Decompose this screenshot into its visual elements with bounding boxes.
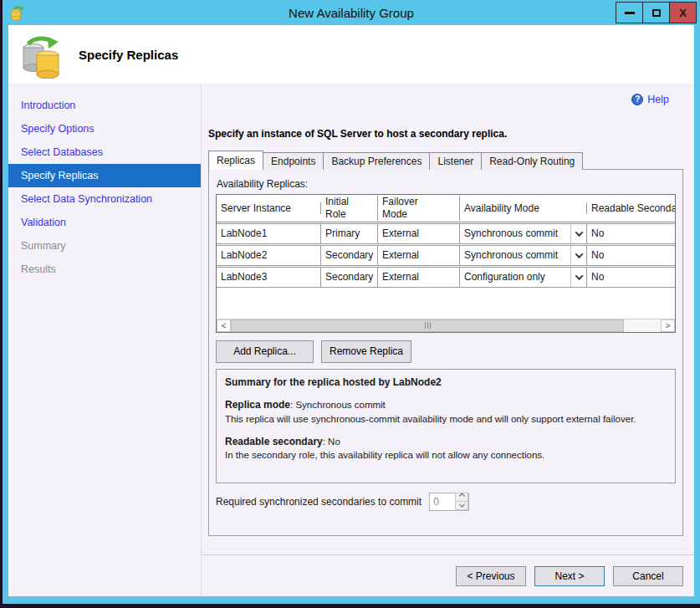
availability-mode-select[interactable]: Configuration only — [460, 268, 586, 287]
minimize-button[interactable] — [616, 2, 643, 23]
replicas-tab-panel: Availability Replicas: Server Instance I… — [208, 169, 683, 536]
quorum-input[interactable] — [430, 493, 455, 510]
window-title: New Availability Group — [3, 6, 700, 20]
wizard-steps-sidebar: Introduction Specify Options Select Data… — [8, 84, 202, 596]
maximize-button[interactable] — [642, 2, 670, 23]
cell-failover-mode[interactable]: External — [378, 246, 460, 265]
availability-replicas-grid: Server Instance Initial Role Failover Mo… — [216, 194, 676, 333]
availability-mode-select[interactable]: Synchronous commit — [460, 246, 586, 265]
sidebar-item-results: Results — [8, 258, 201, 281]
help-label: Help — [647, 94, 669, 105]
replica-mode-value: : Synchronous commit — [290, 400, 386, 410]
instruction-text: Specify an instance of SQL Server to hos… — [208, 128, 694, 140]
tab-endpoints[interactable]: Endpoints — [263, 152, 324, 170]
quorum-label: Required synchronized secondaries to com… — [216, 496, 422, 508]
replica-mode-description: This replica will use synchronous-commit… — [225, 413, 667, 426]
title-bar[interactable]: New Availability Group X — [3, 0, 700, 25]
cell-readable-secondary[interactable]: No — [587, 246, 675, 265]
tab-strip: Replicas Endpoints Backup Preferences Li… — [208, 151, 694, 170]
readable-secondary-value: : No — [323, 437, 340, 447]
scrollbar-track[interactable] — [231, 319, 661, 332]
grid-header-row: Server Instance Initial Role Failover Mo… — [217, 195, 675, 222]
replica-row-labnode1: LabNode1 Primary External Synchronous co… — [217, 223, 675, 244]
sidebar-item-introduction[interactable]: Introduction — [8, 94, 201, 117]
close-button[interactable]: X — [669, 2, 697, 23]
tab-read-only-routing[interactable]: Read-Only Routing — [481, 152, 583, 170]
previous-button[interactable]: < Previous — [456, 566, 526, 586]
replica-row-labnode3: LabNode3 Secondary External Configuratio… — [217, 267, 675, 288]
horizontal-scrollbar[interactable]: < > — [217, 319, 675, 332]
summary-title: Summary for the replica hosted by LabNod… — [225, 376, 667, 390]
wizard-page-content: ? Help Specify an instance of SQL Server… — [202, 84, 694, 554]
grid-label: Availability Replicas: — [217, 178, 676, 190]
page-title: Specify Replicas — [79, 48, 178, 62]
help-link[interactable]: ? Help — [631, 94, 669, 105]
sidebar-item-select-databases[interactable]: Select Databases — [8, 141, 201, 164]
chevron-down-icon[interactable] — [570, 268, 586, 287]
remove-replica-button[interactable]: Remove Replica — [321, 340, 411, 363]
column-header-readable-secondary: Readable Secondary — [587, 202, 675, 214]
wizard-header: Specify Replicas — [8, 25, 694, 84]
dialog-window: New Availability Group X Specify Replica… — [3, 0, 700, 604]
column-header-server-instance: Server Instance — [217, 202, 321, 214]
replica-row-labnode2: LabNode2 Secondary External Synchronous … — [217, 245, 675, 266]
cell-server-instance[interactable]: LabNode2 — [217, 246, 321, 265]
wizard-footer: < Previous Next > Cancel — [202, 554, 694, 596]
scrollbar-thumb[interactable] — [231, 319, 624, 332]
sidebar-item-validation[interactable]: Validation — [8, 211, 201, 234]
column-header-availability-mode: Availability Mode — [460, 202, 587, 214]
readable-secondary-label: Readable secondary — [225, 436, 323, 447]
minimize-icon — [625, 12, 635, 14]
add-replica-button[interactable]: Add Replica... — [216, 340, 314, 363]
tab-backup-preferences[interactable]: Backup Preferences — [323, 152, 430, 170]
sidebar-item-specify-options[interactable]: Specify Options — [8, 117, 201, 141]
scrollbar-grip — [425, 322, 426, 329]
tab-listener[interactable]: Listener — [429, 152, 482, 170]
chevron-down-icon[interactable] — [570, 224, 586, 243]
next-button[interactable]: Next > — [534, 566, 605, 586]
sidebar-item-specify-replicas[interactable]: Specify Replicas — [8, 164, 201, 187]
cell-initial-role[interactable]: Secondary — [321, 246, 378, 265]
cancel-button[interactable]: Cancel — [613, 566, 683, 586]
cell-readable-secondary[interactable]: No — [587, 268, 675, 287]
cell-server-instance[interactable]: LabNode3 — [217, 268, 321, 287]
column-header-initial-role: Initial Role — [321, 196, 378, 221]
sidebar-item-summary: Summary — [8, 234, 201, 258]
cell-initial-role[interactable]: Secondary — [321, 268, 378, 287]
scroll-right-icon[interactable]: > — [661, 319, 675, 332]
maximize-icon — [652, 9, 661, 17]
cell-readable-secondary[interactable]: No — [587, 224, 675, 243]
help-icon: ? — [631, 94, 643, 105]
sidebar-item-select-data-synchronization[interactable]: Select Data Synchronization — [8, 187, 201, 211]
quorum-spinner — [429, 493, 469, 511]
replica-mode-label: Replica mode — [225, 399, 290, 411]
close-icon: X — [679, 7, 687, 19]
cell-failover-mode[interactable]: External — [378, 268, 460, 287]
column-header-failover-mode: Failover Mode — [378, 196, 460, 221]
cell-failover-mode[interactable]: External — [378, 224, 460, 243]
tab-replicas[interactable]: Replicas — [208, 151, 263, 170]
replica-summary-box: Summary for the replica hosted by LabNod… — [216, 369, 676, 483]
cell-server-instance[interactable]: LabNode1 — [217, 224, 321, 243]
spin-down-icon[interactable] — [455, 501, 468, 510]
scroll-left-icon[interactable]: < — [217, 319, 231, 332]
availability-mode-select[interactable]: Synchronous commit — [460, 224, 586, 243]
readable-secondary-description: In the secondary role, this availability… — [225, 449, 667, 462]
chevron-down-icon[interactable] — [570, 246, 586, 265]
replica-database-icon — [22, 33, 64, 79]
cell-initial-role[interactable]: Primary — [321, 224, 378, 243]
